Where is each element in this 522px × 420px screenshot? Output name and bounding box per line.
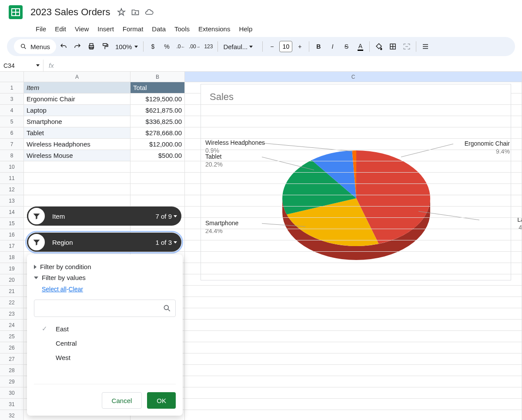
cell[interactable]: [185, 150, 522, 161]
row-header[interactable]: 12: [0, 184, 24, 195]
font-size-input[interactable]: [279, 41, 292, 52]
row-header[interactable]: 23: [0, 308, 24, 320]
row-header[interactable]: 30: [0, 387, 24, 399]
row-header[interactable]: 6: [0, 127, 24, 139]
percent-button[interactable]: %: [160, 40, 173, 53]
cell[interactable]: [185, 353, 522, 365]
print-button[interactable]: [85, 40, 98, 53]
undo-button[interactable]: [57, 40, 70, 53]
strikethrough-button[interactable]: S: [340, 40, 353, 53]
slicer-item[interactable]: Item 7 of 9: [27, 207, 181, 226]
star-icon[interactable]: [117, 8, 126, 17]
cell[interactable]: [130, 173, 185, 184]
decrease-font-size-button[interactable]: −: [265, 40, 278, 53]
row-header[interactable]: 31: [0, 399, 24, 410]
cell[interactable]: [185, 127, 522, 139]
cell[interactable]: Smartphone: [24, 116, 130, 127]
menus-button[interactable]: Menus: [14, 39, 56, 54]
more-formats-button[interactable]: 123: [202, 40, 215, 53]
cell[interactable]: [185, 173, 522, 184]
cell[interactable]: $129,500.00: [130, 93, 185, 105]
increase-decimals-button[interactable]: .00→: [188, 40, 201, 53]
row-header[interactable]: 27: [0, 353, 24, 365]
cell[interactable]: [185, 161, 522, 173]
merge-button[interactable]: [400, 40, 413, 53]
cell[interactable]: [185, 410, 522, 420]
cell[interactable]: Item: [24, 82, 130, 93]
align-button[interactable]: [419, 40, 432, 53]
filter-value-item[interactable]: Central: [40, 336, 176, 350]
row-header[interactable]: 20: [0, 274, 24, 286]
slicer-region[interactable]: Region 1 of 3: [27, 233, 181, 252]
row-header[interactable]: 3: [0, 93, 24, 105]
row-header[interactable]: 10: [0, 161, 24, 173]
cell[interactable]: [185, 229, 522, 240]
cell[interactable]: [185, 105, 522, 116]
cell[interactable]: [185, 184, 522, 195]
spreadsheet-grid[interactable]: A B C 1345678101112131415161718192021222…: [0, 72, 522, 420]
redo-button[interactable]: [71, 40, 84, 53]
cell[interactable]: $621,875.00: [130, 105, 185, 116]
font-family-dropdown[interactable]: Defaul...: [221, 43, 260, 50]
ok-button[interactable]: OK: [147, 392, 176, 409]
zoom-dropdown[interactable]: 100%: [113, 43, 141, 50]
cell[interactable]: [185, 286, 522, 297]
decrease-decimals-button[interactable]: .0←: [174, 40, 187, 53]
cell[interactable]: Wireless Mouse: [24, 150, 130, 161]
cell[interactable]: SalesErgonomic Chair9.4%Laptop45.1%Smart…: [185, 82, 522, 93]
row-header[interactable]: 19: [0, 263, 24, 274]
cell[interactable]: $500.00: [130, 150, 185, 161]
paint-format-button[interactable]: [99, 40, 112, 53]
column-header-C[interactable]: C: [185, 72, 522, 82]
cell[interactable]: $12,000.00: [130, 139, 185, 150]
row-header[interactable]: 1: [0, 82, 24, 93]
cell[interactable]: $336,825.00: [130, 116, 185, 127]
cancel-button[interactable]: Cancel: [102, 392, 142, 409]
menu-help[interactable]: Help: [235, 23, 256, 34]
cell[interactable]: [24, 195, 130, 207]
cell[interactable]: [185, 218, 522, 229]
cell[interactable]: [130, 161, 185, 173]
move-icon[interactable]: [131, 8, 140, 17]
row-header[interactable]: 24: [0, 320, 24, 331]
cell[interactable]: [185, 252, 522, 263]
cell[interactable]: Ergonomic Chair: [24, 93, 130, 105]
menu-data[interactable]: Data: [148, 23, 169, 34]
cell[interactable]: [185, 342, 522, 353]
bold-button[interactable]: B: [312, 40, 325, 53]
row-header[interactable]: 25: [0, 331, 24, 342]
row-header[interactable]: 11: [0, 173, 24, 184]
menu-file[interactable]: File: [32, 23, 50, 34]
cell[interactable]: [185, 399, 522, 410]
cell[interactable]: [185, 365, 522, 376]
select-all-link[interactable]: Select all: [42, 286, 67, 293]
borders-button[interactable]: [386, 40, 399, 53]
column-header-B[interactable]: B: [130, 72, 185, 82]
select-all-corner[interactable]: [0, 72, 24, 82]
cell[interactable]: Tablet: [24, 127, 130, 139]
filter-value-item[interactable]: West: [40, 350, 176, 365]
cell[interactable]: [185, 116, 522, 127]
menu-view[interactable]: View: [71, 23, 92, 34]
row-header[interactable]: 22: [0, 297, 24, 308]
cell[interactable]: [185, 308, 522, 320]
menu-extensions[interactable]: Extensions: [195, 23, 234, 34]
cell[interactable]: [185, 274, 522, 286]
cell[interactable]: [24, 173, 130, 184]
cell[interactable]: [130, 195, 185, 207]
row-header[interactable]: 14: [0, 207, 24, 218]
document-title[interactable]: 2023 Sales Orders: [29, 6, 112, 19]
filter-by-values[interactable]: Filter by values: [34, 272, 176, 283]
row-header[interactable]: 15: [0, 218, 24, 229]
cell[interactable]: [185, 240, 522, 252]
cell[interactable]: [185, 320, 522, 331]
cell[interactable]: [185, 331, 522, 342]
row-header[interactable]: 13: [0, 195, 24, 207]
filter-search-input[interactable]: [34, 300, 176, 317]
currency-button[interactable]: $: [146, 40, 159, 53]
filter-by-condition[interactable]: Filter by condition: [34, 261, 176, 272]
row-header[interactable]: 17: [0, 240, 24, 252]
row-header[interactable]: 16: [0, 229, 24, 240]
increase-font-size-button[interactable]: +: [293, 40, 306, 53]
cell[interactable]: [130, 184, 185, 195]
